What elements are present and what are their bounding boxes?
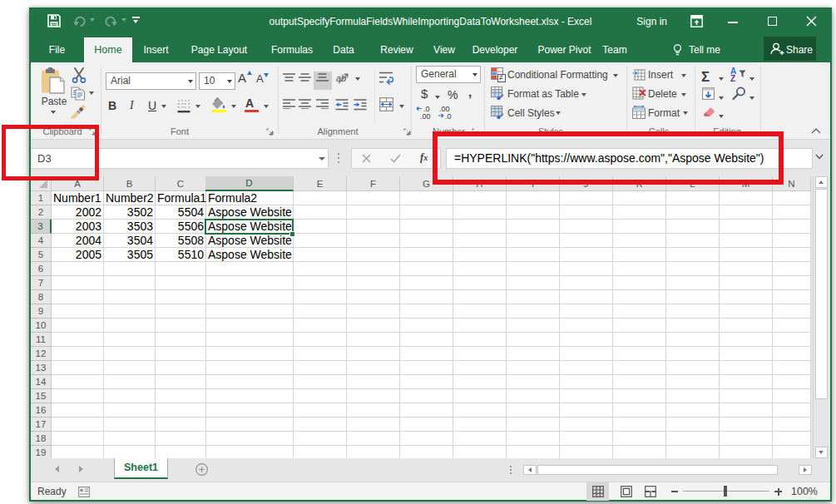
svg-text:.00: .00 xyxy=(420,112,431,120)
svg-text:.0: .0 xyxy=(445,112,452,120)
